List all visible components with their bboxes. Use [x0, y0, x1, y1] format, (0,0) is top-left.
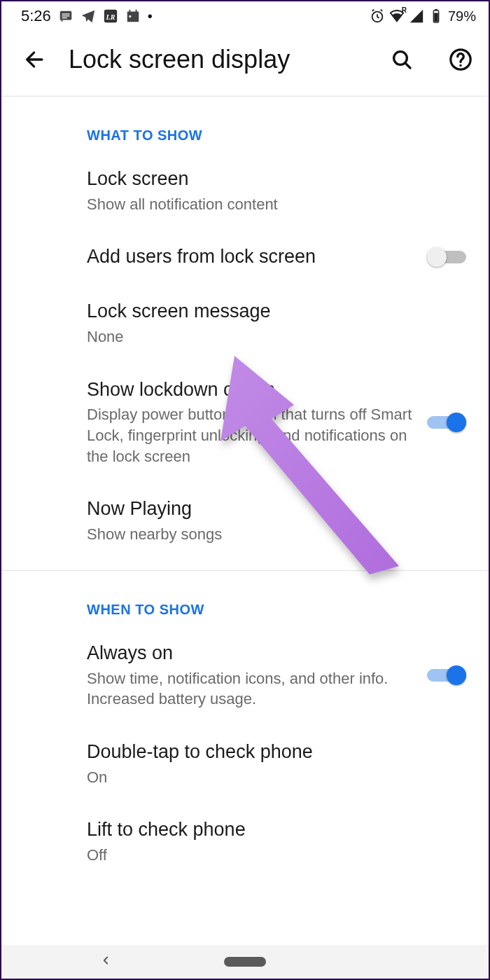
row-title: Lock screen message	[87, 300, 466, 324]
row-title: Lift to check phone	[87, 818, 466, 842]
toggle-always-on[interactable]	[427, 665, 466, 685]
wifi-icon: R	[389, 8, 405, 24]
row-always-on[interactable]: Always on Show time, notification icons,…	[1, 626, 489, 725]
row-subtitle: Show time, notification icons, and other…	[87, 668, 416, 710]
svg-rect-7	[129, 10, 130, 13]
row-title: Now Playing	[87, 497, 466, 521]
status-bar: 5:26 LR • R	[1, 1, 489, 28]
row-add-users[interactable]: Add users from lock screen	[1, 230, 489, 284]
row-subtitle: Display power button option that turns o…	[87, 404, 416, 467]
help-button[interactable]	[448, 47, 473, 72]
svg-rect-6	[127, 12, 139, 22]
nav-back-button[interactable]	[99, 954, 112, 969]
row-title: Show lockdown option	[87, 378, 416, 402]
calendar-icon	[125, 8, 141, 24]
lr-app-icon: LR	[103, 8, 118, 24]
battery-icon	[428, 8, 444, 24]
svg-point-16	[459, 64, 461, 67]
system-nav-bar	[1, 945, 489, 979]
toggle-show-lockdown[interactable]	[427, 413, 466, 432]
svg-rect-12	[435, 9, 438, 11]
messages-icon	[58, 8, 74, 24]
section-when-to-show: WHEN TO SHOW Always on Show time, notifi…	[1, 571, 489, 891]
row-subtitle: On	[87, 767, 466, 788]
section-header-what: WHAT TO SHOW	[1, 97, 489, 152]
row-double-tap[interactable]: Double-tap to check phone On	[1, 725, 489, 803]
app-bar: Lock screen display	[1, 28, 489, 96]
svg-rect-2	[62, 15, 69, 16]
row-now-playing[interactable]: Now Playing Show nearby songs	[1, 482, 489, 560]
section-what-to-show: WHAT TO SHOW Lock screen Show all notifi…	[1, 97, 489, 571]
overflow-dot-icon: •	[148, 9, 153, 23]
svg-rect-9	[129, 15, 131, 18]
row-title: Add users from lock screen	[87, 245, 416, 269]
svg-rect-1	[62, 13, 69, 14]
battery-percent: 79%	[448, 8, 476, 25]
svg-rect-13	[434, 13, 438, 22]
cell-signal-icon	[409, 8, 424, 24]
svg-rect-3	[62, 18, 66, 18]
back-button[interactable]	[22, 47, 48, 72]
row-title: Always on	[87, 642, 416, 665]
svg-text:LR: LR	[105, 13, 115, 21]
row-subtitle: Off	[87, 845, 466, 866]
toggle-add-users[interactable]	[427, 247, 466, 267]
row-lock-screen-message[interactable]: Lock screen message None	[1, 284, 489, 362]
row-subtitle: Show all notification content	[87, 194, 466, 215]
row-lift-to-check[interactable]: Lift to check phone Off	[1, 803, 489, 881]
section-header-when: WHEN TO SHOW	[1, 571, 489, 626]
search-button[interactable]	[389, 47, 414, 72]
row-subtitle: Show nearby songs	[87, 524, 466, 545]
row-title: Lock screen	[87, 167, 466, 191]
telegram-icon	[80, 8, 96, 24]
page-title: Lock screen display	[69, 45, 356, 74]
row-title: Double-tap to check phone	[87, 740, 466, 764]
alarm-icon	[370, 8, 385, 24]
row-lock-screen[interactable]: Lock screen Show all notification conten…	[1, 152, 489, 230]
svg-rect-8	[135, 10, 136, 13]
nav-home-pill[interactable]	[224, 957, 266, 967]
row-subtitle: None	[87, 326, 466, 347]
clock-text: 5:26	[21, 7, 51, 25]
row-show-lockdown[interactable]: Show lockdown option Display power butto…	[1, 363, 489, 483]
